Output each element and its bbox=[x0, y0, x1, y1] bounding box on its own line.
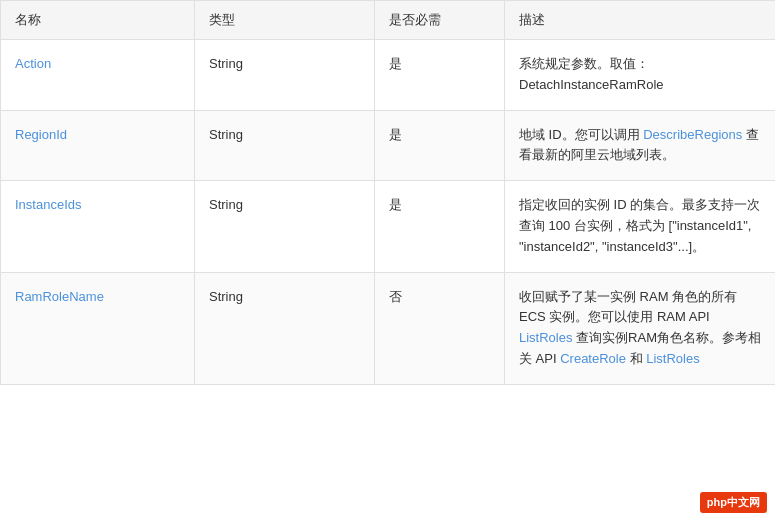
watermark-text: php中文网 bbox=[707, 496, 760, 508]
param-desc-cell: 系统规定参数。取值：DetachInstanceRamRole bbox=[505, 40, 776, 111]
param-name: InstanceIds bbox=[15, 197, 82, 212]
desc-text: 地域 ID。您可以调用 bbox=[519, 127, 643, 142]
param-name: Action bbox=[15, 56, 51, 71]
params-table: 名称 类型 是否必需 描述 ActionString是系统规定参数。取值：Det… bbox=[0, 0, 775, 385]
param-name-cell: Action bbox=[1, 40, 195, 111]
param-type-cell: String bbox=[195, 110, 375, 181]
desc-link[interactable]: DescribeRegions bbox=[643, 127, 742, 142]
desc-link[interactable]: ListRoles bbox=[519, 330, 572, 345]
col-header-required: 是否必需 bbox=[375, 1, 505, 40]
desc-link[interactable]: CreateRole bbox=[560, 351, 626, 366]
param-name-cell: InstanceIds bbox=[1, 181, 195, 272]
desc-text: 指定收回的实例 ID 的集合。最多支持一次查询 100 台实例，格式为 ["in… bbox=[519, 197, 760, 254]
param-name-cell: RegionId bbox=[1, 110, 195, 181]
param-desc-cell: 收回赋予了某一实例 RAM 角色的所有 ECS 实例。您可以使用 RAM API… bbox=[505, 272, 776, 384]
col-header-desc: 描述 bbox=[505, 1, 776, 40]
param-desc-cell: 指定收回的实例 ID 的集合。最多支持一次查询 100 台实例，格式为 ["in… bbox=[505, 181, 776, 272]
param-type-cell: String bbox=[195, 272, 375, 384]
param-type-cell: String bbox=[195, 181, 375, 272]
table-row: RamRoleNameString否收回赋予了某一实例 RAM 角色的所有 EC… bbox=[1, 272, 776, 384]
desc-text: DetachInstanceRamRole bbox=[519, 77, 664, 92]
param-required-cell: 是 bbox=[375, 110, 505, 181]
desc-text: 系统规定参数。取值： bbox=[519, 56, 649, 71]
watermark: php中文网 bbox=[700, 492, 767, 513]
param-desc-cell: 地域 ID。您可以调用 DescribeRegions 查看最新的阿里云地域列表… bbox=[505, 110, 776, 181]
col-header-name: 名称 bbox=[1, 1, 195, 40]
param-name-cell: RamRoleName bbox=[1, 272, 195, 384]
param-name: RegionId bbox=[15, 127, 67, 142]
col-header-type: 类型 bbox=[195, 1, 375, 40]
table-row: ActionString是系统规定参数。取值：DetachInstanceRam… bbox=[1, 40, 776, 111]
table-row: RegionIdString是地域 ID。您可以调用 DescribeRegio… bbox=[1, 110, 776, 181]
param-required-cell: 是 bbox=[375, 181, 505, 272]
param-required-cell: 否 bbox=[375, 272, 505, 384]
desc-link[interactable]: ListRoles bbox=[646, 351, 699, 366]
param-name: RamRoleName bbox=[15, 289, 104, 304]
table-row: InstanceIdsString是指定收回的实例 ID 的集合。最多支持一次查… bbox=[1, 181, 776, 272]
desc-text: 收回赋予了某一实例 RAM 角色的所有 ECS 实例。您可以使用 RAM API bbox=[519, 289, 737, 325]
param-required-cell: 是 bbox=[375, 40, 505, 111]
param-type-cell: String bbox=[195, 40, 375, 111]
desc-text: 和 bbox=[626, 351, 646, 366]
